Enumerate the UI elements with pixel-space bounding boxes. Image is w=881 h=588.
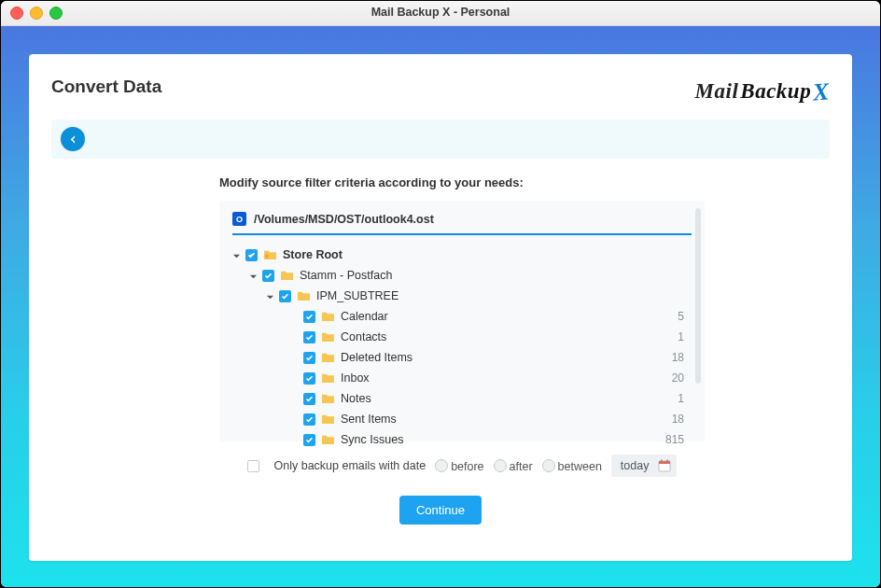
- radio-icon: [494, 459, 507, 472]
- svg-rect-2: [661, 460, 663, 463]
- tree-node-inbox[interactable]: Inbox 20: [232, 368, 690, 388]
- tree-node-ipm-subtree[interactable]: IPM_SUBTREE: [232, 286, 690, 306]
- checkbox[interactable]: [245, 249, 258, 261]
- folder-icon: [321, 413, 335, 425]
- tree-node-label: Sent Items: [341, 413, 397, 426]
- folder-tree-panel: O /Volumes/MSD/OST/outlook4.ost Store Ro…: [219, 201, 705, 441]
- folder-icon: [321, 372, 335, 384]
- tree-node-deleted-items[interactable]: Deleted Items 18: [232, 347, 690, 368]
- app-logo: MailBackup X: [695, 77, 830, 105]
- checkbox[interactable]: [303, 393, 315, 405]
- item-count: 18: [672, 351, 690, 364]
- item-count: 18: [672, 413, 690, 426]
- logo-backup: Backup: [740, 79, 811, 104]
- svg-rect-1: [659, 461, 670, 464]
- chevron-down-icon[interactable]: [266, 291, 275, 301]
- chevron-down-icon[interactable]: [232, 250, 242, 259]
- calendar-icon: [658, 459, 671, 472]
- folder-icon: [297, 290, 311, 301]
- date-filter-option-between[interactable]: between: [542, 459, 602, 473]
- checkbox[interactable]: [303, 331, 315, 343]
- outlook-icon: O: [232, 212, 246, 226]
- logo-x: X: [812, 77, 831, 106]
- radio-icon: [435, 459, 448, 472]
- tree-node-label: Notes: [341, 392, 371, 405]
- scrollbar[interactable]: [695, 208, 701, 384]
- folder-icon: [321, 311, 335, 322]
- tree-node-postfach[interactable]: Stamm - Postfach: [232, 265, 690, 286]
- main-card: Convert Data MailBackup X Modify source …: [29, 54, 852, 561]
- date-filter-label: Only backup emails with date: [274, 459, 427, 472]
- arrow-left-icon: [67, 133, 79, 146]
- item-count: 815: [665, 433, 690, 446]
- tree-node-label: Contacts: [341, 330, 386, 343]
- window-body: Convert Data MailBackup X Modify source …: [1, 26, 880, 587]
- page-title: Convert Data: [51, 77, 161, 97]
- date-picker[interactable]: today: [611, 455, 678, 477]
- chevron-down-icon[interactable]: [249, 271, 259, 280]
- tree-node-sync-issues[interactable]: Sync Issues 815: [232, 429, 690, 450]
- titlebar: Mail Backup X - Personal: [1, 1, 880, 26]
- source-file-path: /Volumes/MSD/OST/outlook4.ost: [254, 213, 434, 226]
- item-count: 5: [678, 310, 690, 323]
- back-button[interactable]: [61, 127, 85, 151]
- tree-node-label: Store Root: [283, 248, 343, 261]
- tree-node-contacts[interactable]: Contacts 1: [232, 327, 690, 347]
- tree-node-label: Deleted Items: [341, 351, 413, 364]
- checkbox[interactable]: [303, 372, 315, 385]
- date-filter-option-after[interactable]: after: [494, 459, 533, 473]
- date-filter-checkbox[interactable]: [247, 460, 259, 472]
- item-count: 1: [678, 392, 690, 405]
- source-file-row: O /Volumes/MSD/OST/outlook4.ost: [232, 212, 692, 235]
- instruction-text: Modify source filter criteria according …: [219, 175, 830, 189]
- radio-icon: [542, 459, 555, 472]
- date-filter-option-before[interactable]: before: [435, 459, 483, 473]
- window-title: Mail Backup X - Personal: [1, 6, 880, 19]
- tree-node-calendar[interactable]: Calendar 5: [232, 306, 690, 327]
- store-root-icon: [263, 249, 277, 260]
- checkbox[interactable]: [303, 311, 315, 323]
- svg-rect-3: [667, 460, 669, 463]
- checkbox[interactable]: [303, 413, 315, 426]
- item-count: 1: [678, 330, 690, 343]
- checkbox[interactable]: [262, 270, 274, 282]
- folder-icon: [321, 393, 335, 404]
- tree-node-label: Calendar: [341, 310, 388, 323]
- tree-node-notes[interactable]: Notes 1: [232, 388, 690, 409]
- tree-node-label: Stamm - Postfach: [300, 269, 392, 282]
- tree-node-label: Inbox: [341, 371, 370, 385]
- folder-icon: [321, 331, 335, 343]
- folder-icon: [321, 352, 335, 363]
- folder-icon: [280, 270, 294, 281]
- app-window: Mail Backup X - Personal Convert Data Ma…: [1, 1, 880, 587]
- checkbox[interactable]: [303, 352, 315, 364]
- tree-node-store-root[interactable]: Store Root: [232, 245, 690, 265]
- continue-button[interactable]: Continue: [399, 496, 482, 525]
- logo-mail: Mail: [695, 79, 739, 104]
- date-filter-row: Only backup emails with date before afte…: [219, 455, 705, 477]
- folder-tree: Store Root Stamm - Postfach IPM_SUBTREE: [232, 245, 699, 450]
- checkbox[interactable]: [303, 434, 315, 446]
- tree-node-label: IPM_SUBTREE: [316, 289, 399, 302]
- item-count: 20: [672, 371, 690, 385]
- tree-node-sent-items[interactable]: Sent Items 18: [232, 409, 690, 429]
- back-bar: [51, 119, 830, 159]
- date-picker-value: today: [621, 459, 650, 472]
- tree-node-label: Sync Issues: [341, 433, 403, 446]
- folder-icon: [321, 434, 335, 445]
- checkbox[interactable]: [279, 290, 291, 302]
